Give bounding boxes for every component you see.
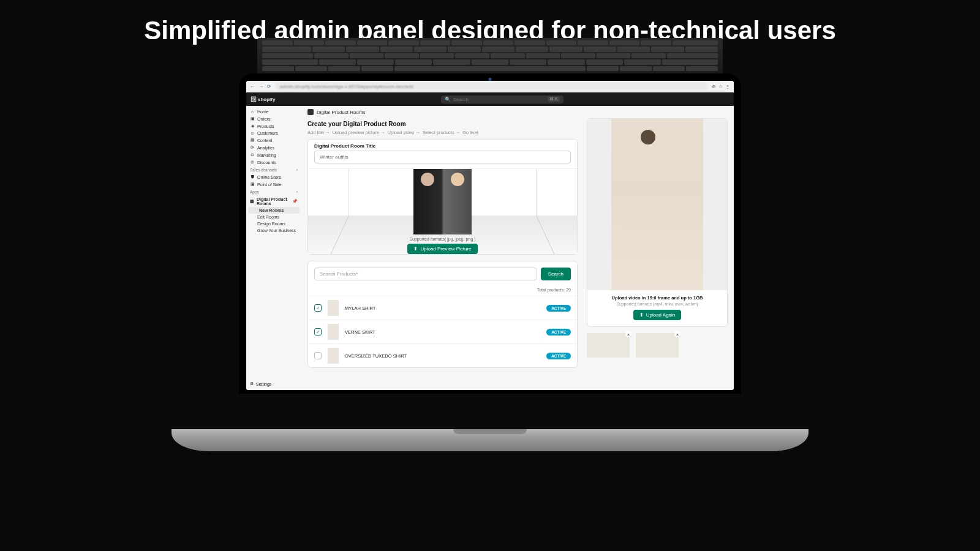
close-icon[interactable]: × [674,331,680,337]
upload-preview-button[interactable]: ⬆Upload Preview Picture [407,244,477,254]
product-name: MYLAH SHIRT [345,305,540,311]
formats-text: Supported formats( jpg, jpeg, png ) [409,237,475,241]
table-row[interactable]: ✓ VERNE SKIRT ACTIVE [308,320,577,343]
thumb-image [636,333,679,358]
zoom-icon[interactable]: ⊕ [712,84,716,89]
sidebar-item-analytics[interactable]: ⟳Analytics [246,144,301,151]
url-bar[interactable]: admin.shopify.com/store/xiga-v-8578/apps… [275,83,708,90]
checkbox[interactable] [314,352,322,359]
sidebar-item-home[interactable]: ⌂Home [246,108,301,115]
customers-icon: ☺ [250,131,255,135]
sidebar-item-pos[interactable]: ▣Point of Sale [246,181,301,188]
home-icon: ⌂ [250,110,255,114]
sidebar-sub-design-rooms[interactable]: Design Rooms [246,220,301,227]
sidebar-item-content[interactable]: ▤Content [246,137,301,144]
preview-upload-area: Supported formats( jpg, jpeg, png ) ⬆Upl… [308,168,577,254]
pin-icon[interactable]: 📌 [292,199,298,204]
content-icon: ▤ [250,138,255,143]
browser-toolbar: ← → ⟳ admin.shopify.com/store/xiga-v-857… [246,81,734,92]
forward-icon[interactable]: → [258,84,263,89]
product-search-input[interactable]: Search Products* [314,268,537,280]
laptop-mockup: ← → ⟳ admin.shopify.com/store/xiga-v-857… [239,73,741,451]
thumb-item: × [636,333,679,358]
checkbox[interactable]: ✓ [314,304,322,312]
title-preview-card: Digital Product Room Title Winter outfit… [307,139,578,255]
sidebar-settings[interactable]: ⚙Settings [246,380,301,388]
sidebar-item-customers[interactable]: ☺Customers [246,130,301,137]
video-sub: Supported formats (mp4, mkv, mov, webm) [587,302,727,306]
back-icon[interactable]: ← [250,84,255,89]
gear-icon: ⚙ [250,381,254,386]
selected-thumbs: × × [587,333,728,358]
shopify-header: 🅂 shopify 🔍 ⌘ K [246,92,734,106]
sidebar-apps-header: Apps› [246,188,301,196]
table-row[interactable]: ✓ MYLAH SHIRT ACTIVE [308,296,577,320]
upload-icon: ⬆ [413,246,418,252]
table-row[interactable]: OVERSIZED TUXEDO SHIRT ACTIVE [308,343,577,367]
laptop-base [172,429,809,451]
upload-again-button[interactable]: ⬆Upload Again [633,310,682,320]
orders-icon: ▣ [250,116,255,121]
sidebar-item-discounts[interactable]: ⊘Discounts [246,159,301,166]
product-thumb [328,324,339,340]
status-badge: ACTIVE [546,329,571,335]
main-content: Digital Product Rooms Create your Digita… [301,106,734,390]
products-card: Search Products* Search Total products: … [307,261,578,368]
extensions-icon[interactable]: ⋮ [725,84,730,89]
shopify-icon: 🅂 [251,97,256,102]
analytics-icon: ⟳ [250,145,255,150]
sidebar-item-online-store[interactable]: ⛊Online Store [246,174,301,181]
camera-dot [489,78,492,81]
step-list: Add title→ Upload preview picture→ Uploa… [307,130,578,135]
sidebar-sub-edit-rooms[interactable]: Edit Rooms [246,214,301,220]
marketing-icon: ⊙ [250,152,255,157]
sidebar-item-orders[interactable]: ▣Orders [246,115,301,122]
preview-image [413,169,472,234]
sidebar-item-marketing[interactable]: ⊙Marketing [246,151,301,159]
shopify-logo[interactable]: 🅂 shopify [251,97,275,102]
status-badge: ACTIVE [546,305,571,312]
sidebar-item-app-dpr[interactable]: ▦Digital Product Rooms📌 [246,196,301,207]
product-name: OVERSIZED TUXEDO SHIRT [345,353,540,359]
total-products: Total products: 29 [308,287,577,296]
star-icon[interactable]: ☆ [718,84,723,89]
pos-icon: ▣ [250,182,255,187]
upload-icon: ⬆ [639,312,644,318]
status-badge: ACTIVE [546,353,571,359]
keyboard [257,38,723,73]
sidebar-sub-new-rooms[interactable]: New Rooms [248,207,300,214]
reload-icon[interactable]: ⟳ [267,84,271,89]
chevron-right-icon[interactable]: › [296,168,298,172]
app-icon: ▦ [250,199,254,204]
page-title: Create your Digital Product Room [307,121,578,127]
breadcrumb: Digital Product Rooms [301,106,734,118]
thumb-image [587,333,630,358]
product-thumb [328,348,339,364]
video-preview [587,119,727,290]
app-badge-icon [307,109,314,115]
store-icon: ⛊ [250,175,255,179]
checkbox[interactable]: ✓ [314,328,322,335]
sidebar: ⌂Home ▣Orders ◈Products ☺Customers ▤Cont… [246,106,301,390]
sidebar-sub-grow[interactable]: Grow Your Business [246,227,301,234]
chevron-right-icon[interactable]: › [296,190,298,194]
global-search[interactable]: 🔍 ⌘ K [441,96,564,103]
room-title-input[interactable]: Winter outfits [314,151,571,163]
search-input[interactable] [453,97,545,102]
thumb-item: × [587,333,630,358]
sidebar-item-products[interactable]: ◈Products [246,122,301,130]
sidebar-sales-header: Sales channels› [246,166,301,174]
product-thumb [328,300,339,316]
video-headline: Upload video in 19:6 frame and up to 1GB [587,295,727,301]
search-button[interactable]: Search [541,268,571,280]
product-name: VERNE SKIRT [345,329,540,335]
kbd-hint: ⌘ K [548,97,560,102]
video-figure [611,119,703,290]
products-icon: ◈ [250,124,255,129]
title-field-label: Digital Product Room Title [308,140,577,151]
close-icon[interactable]: × [625,331,631,337]
video-card: Upload video in 19:6 frame and up to 1GB… [587,118,728,327]
search-icon: 🔍 [445,97,451,102]
discounts-icon: ⊘ [250,160,255,165]
